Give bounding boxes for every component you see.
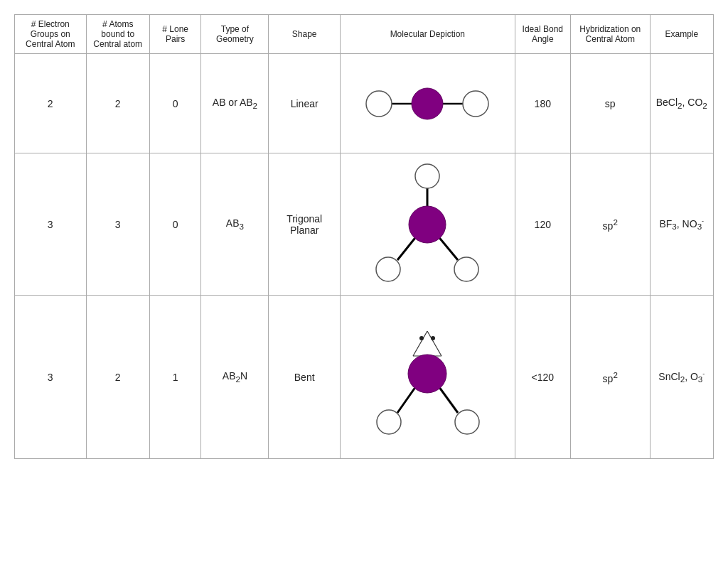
type-geometry-2: AB3 — [201, 153, 269, 296]
shape-1: Linear — [269, 54, 341, 153]
lone-pairs-3: 1 — [149, 296, 201, 459]
atoms-bound-2: 3 — [86, 153, 149, 296]
header-atoms-bound: # Atoms bound to Central atom — [86, 15, 149, 54]
svg-point-19 — [408, 355, 446, 393]
svg-line-12 — [413, 331, 427, 356]
header-shape: Shape — [269, 15, 341, 54]
hybridization-2: sp2 — [570, 153, 650, 296]
bond-angle-3: <120 — [515, 296, 570, 459]
bond-angle-2: 120 — [515, 153, 570, 296]
electron-groups-1: 2 — [15, 54, 87, 153]
atoms-bound-1: 2 — [86, 54, 149, 153]
header-lone-pairs: # Lone Pairs — [149, 15, 201, 54]
electron-groups-3: 3 — [15, 296, 87, 459]
header-hybridization: Hybridization on Central Atom — [570, 15, 650, 54]
svg-point-4 — [463, 91, 488, 117]
vsepr-table: # Electron Groups on Central Atom # Atom… — [14, 14, 714, 459]
svg-point-16 — [431, 336, 435, 340]
svg-line-17 — [397, 384, 417, 413]
header-electron-groups: # Electron Groups on Central Atom — [15, 15, 87, 54]
shape-3: Bent — [269, 296, 341, 459]
bond-angle-1: 180 — [515, 54, 570, 153]
svg-point-10 — [376, 257, 400, 281]
hybridization-3: sp2 — [570, 296, 650, 459]
svg-point-21 — [455, 410, 479, 434]
type-geometry-1: AB or AB2 — [201, 54, 269, 153]
header-example: Example — [650, 15, 713, 54]
hybridization-1: sp — [570, 54, 650, 153]
header-type-geometry: Type of Geometry — [201, 15, 269, 54]
svg-point-9 — [415, 164, 439, 188]
mol-depiction-3 — [340, 296, 515, 459]
atoms-bound-3: 2 — [86, 296, 149, 459]
lone-pairs-1: 0 — [149, 54, 201, 153]
header-bond-angle: Ideal Bond Angle — [515, 15, 570, 54]
table-row: 2 2 0 AB or AB2 Linear — [15, 54, 714, 153]
svg-line-18 — [437, 384, 458, 413]
table-row: 3 3 0 AB3 Trigonal Planar — [15, 153, 714, 296]
shape-2: Trigonal Planar — [269, 153, 341, 296]
type-geometry-3: AB2N — [201, 296, 269, 459]
lone-pairs-2: 0 — [149, 153, 201, 296]
header-mol-depiction: Molecular Depiction — [340, 15, 515, 54]
svg-point-3 — [412, 88, 443, 119]
svg-point-20 — [377, 410, 401, 434]
mol-depiction-2 — [340, 153, 515, 296]
electron-groups-2: 3 — [15, 153, 87, 296]
example-2: BF3, NO3- — [650, 153, 713, 296]
table-row: 3 2 1 AB2N Bent — [15, 296, 714, 459]
svg-point-11 — [454, 257, 478, 281]
svg-line-13 — [427, 331, 441, 356]
svg-line-7 — [437, 235, 458, 260]
svg-point-2 — [366, 91, 392, 117]
example-3: SnCl2, O3- — [650, 296, 713, 459]
example-1: BeCl2, CO2 — [650, 54, 713, 153]
svg-point-8 — [409, 206, 446, 243]
svg-line-6 — [397, 235, 417, 260]
mol-depiction-1 — [340, 54, 515, 153]
svg-point-15 — [419, 336, 424, 340]
